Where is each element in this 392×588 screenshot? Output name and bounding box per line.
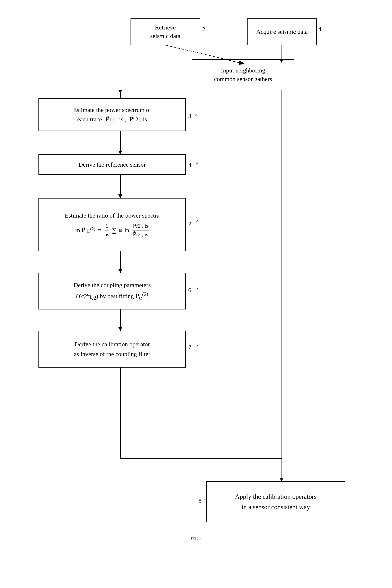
input-neighboring-box: Input neighboringcommon sensor gathers (192, 59, 294, 90)
derive-calib-line2: as inverse of the coupling filter (74, 350, 150, 358)
figure-superscript: (a) (199, 536, 201, 539)
arrowhead-coupling-calib (118, 327, 122, 331)
figure-caption: FIG 2(a) (191, 536, 201, 540)
derive-coupling-content: Derive the coupling parameters (ƒc2'ηc2)… (74, 281, 150, 301)
apply-calibration-content: Apply the calibration operators in a sen… (235, 492, 317, 512)
arrow-ratio-to-coupling (120, 251, 121, 270)
arrowhead-ratio-coupling (118, 269, 122, 273)
retrieve-seismic-box: Retrieveseismic data (130, 19, 200, 45)
input-neighboring-label: Input neighboringcommon sensor gathers (214, 66, 272, 83)
acquire-seismic-box: Acquire seismic data (247, 19, 317, 45)
derive-coupling-line1: Derive the coupling parameters (74, 281, 150, 289)
label-5: 5 (188, 219, 191, 226)
label-7: 7 (188, 344, 191, 351)
page-container: Acquire seismic data 1 Retrieveseismic d… (0, 0, 392, 588)
arrow-coupling-to-calib (120, 309, 121, 328)
estimate-power-line2: each trace P̂r1 , is , P̂r2 , is (73, 115, 151, 124)
estimate-power-box: Estimate the power spectrum of each trac… (38, 98, 186, 131)
derive-calib-line1: Derive the calibration operator (74, 340, 150, 349)
derive-reference-label: Derive the reference sensor (78, 160, 146, 169)
arrowhead-ref-ratio (118, 194, 122, 198)
tilde-1: ~ (317, 25, 323, 31)
arrow-calib-down (120, 368, 121, 458)
acquire-seismic-label: Acquire seismic data (256, 28, 308, 36)
right-trunk (282, 90, 282, 458)
apply-calib-line2: in a sensor consistent way (235, 502, 317, 512)
label-8: 8 (198, 497, 202, 504)
flowchart: Acquire seismic data 1 Retrieveseismic d… (22, 12, 370, 544)
horiz-join-apply (120, 458, 282, 459)
arrow-ref-to-ratio (120, 175, 121, 195)
arrow-right-trunk-to-apply (282, 458, 282, 478)
estimate-ratio-formula: in P̂ tr(2) = 1 ns ∑ is ln P̂r2 , is P̂r… (43, 222, 181, 238)
arrow-acquire-to-input (282, 45, 282, 60)
tilde-3: ~ (193, 112, 199, 118)
arrowhead-acquire-input (280, 59, 284, 63)
estimate-ratio-line1: Estimate the ratio of the power spectra (43, 211, 181, 220)
apply-calibration-box: Apply the calibration operators in a sen… (206, 481, 345, 522)
derive-reference-box: Derive the reference sensor (38, 154, 186, 175)
apply-calib-line1: Apply the calibration operators (235, 492, 317, 501)
tilde-5: ~ (194, 218, 200, 224)
derive-calibration-content: Derive the calibration operator as inver… (74, 340, 150, 358)
label-4: 4 (188, 162, 191, 169)
arrowhead-right-apply (280, 478, 284, 481)
figure-label: FIG 2 (191, 537, 199, 540)
tilde-4: ~ (194, 161, 200, 166)
tilde-7: ~ (194, 343, 200, 349)
derive-coupling-line2: (ƒc2'ηc2) by best fitting P̂tr(2) (74, 291, 150, 301)
horiz-trunk-input (120, 75, 192, 75)
derive-coupling-box: Derive the coupling parameters (ƒc2'ηc2)… (38, 273, 186, 309)
estimate-power-line1: Estimate the power spectrum of (73, 106, 151, 114)
tilde-6: ~ (194, 286, 200, 292)
arrowhead-est-ref (118, 151, 122, 154)
derive-calibration-box: Derive the calibration operator as inver… (38, 331, 186, 368)
label-3: 3 (188, 113, 191, 120)
arrow-est-to-ref (120, 131, 121, 152)
estimate-ratio-content: Estimate the ratio of the power spectra … (43, 211, 181, 238)
estimate-power-content: Estimate the power spectrum of each trac… (73, 106, 151, 124)
label-6: 6 (188, 287, 191, 293)
retrieve-seismic-label: Retrieveseismic data (150, 23, 180, 40)
estimate-ratio-box: Estimate the ratio of the power spectra … (38, 198, 186, 251)
